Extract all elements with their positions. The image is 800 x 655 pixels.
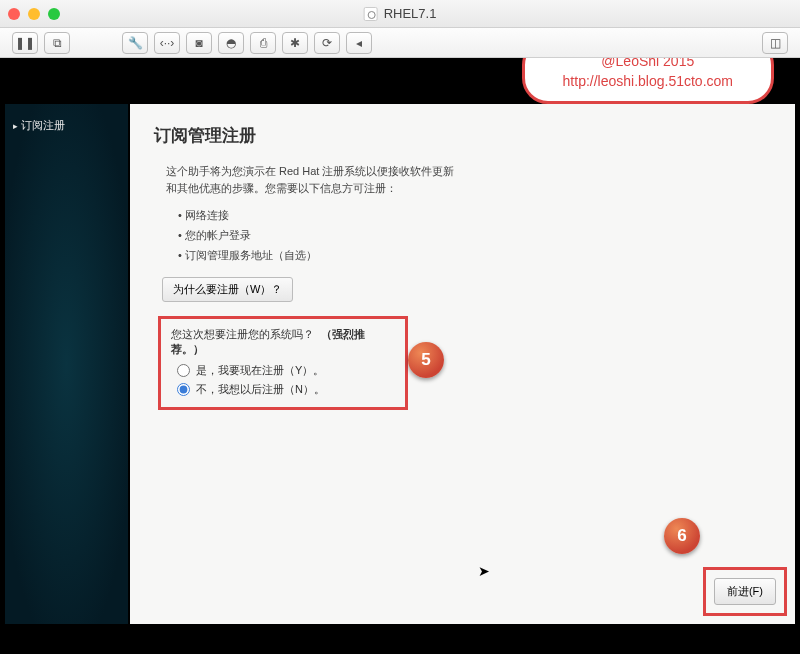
usb-icon[interactable]: ⎙ (250, 32, 276, 54)
installer-sidebar: 订阅注册 (5, 104, 130, 624)
watermark-bubble: @LeoShi 2015 http://leoshi.blog.51cto.co… (522, 58, 774, 104)
mac-titlebar: RHEL7.1 (0, 0, 800, 28)
list-item: 网络连接 (178, 208, 771, 223)
network-icon[interactable]: ‹··› (154, 32, 180, 54)
forward-highlight: 前进(F) (703, 567, 787, 616)
forward-button[interactable]: 前进(F) (714, 578, 776, 605)
fullscreen-button[interactable]: ◫ (762, 32, 788, 54)
window-title: RHEL7.1 (364, 6, 437, 21)
list-item: 您的帐户登录 (178, 228, 771, 243)
page-title: 订阅管理注册 (154, 124, 771, 147)
radio-label-yes: 是，我要现在注册（Y）。 (196, 363, 324, 378)
vm-display: @LeoShi 2015 http://leoshi.blog.51cto.co… (0, 58, 800, 654)
radio-label-no: 不，我想以后注册（N）。 (196, 382, 325, 397)
disk-icon[interactable]: ◙ (186, 32, 212, 54)
why-register-button[interactable]: 为什么要注册（W）？ (162, 277, 293, 302)
callout-6: 6 (664, 518, 700, 554)
callout-5: 5 (408, 342, 444, 378)
mouse-cursor-icon: ➤ (478, 563, 490, 579)
zoom-window-button[interactable] (48, 8, 60, 20)
watermark-line2: http://leoshi.blog.51cto.com (563, 72, 733, 92)
registration-choice-box: 您这次想要注册您的系统吗？ （强烈推荐。） 是，我要现在注册（Y）。 不，我想以… (158, 316, 408, 410)
bluetooth-icon[interactable]: ✱ (282, 32, 308, 54)
snapshot-button[interactable]: ⧉ (44, 32, 70, 54)
vm-app-icon (364, 7, 378, 21)
close-window-button[interactable] (8, 8, 20, 20)
radio-register-no[interactable]: 不，我想以后注册（N）。 (177, 382, 395, 397)
settings-icon[interactable]: 🔧 (122, 32, 148, 54)
watermark-line1: @LeoShi 2015 (563, 58, 733, 72)
cd-icon[interactable]: ◓ (218, 32, 244, 54)
traffic-lights (8, 8, 60, 20)
chevron-left-icon[interactable]: ◂ (346, 32, 372, 54)
sidebar-step-current: 订阅注册 (13, 118, 120, 133)
radio-input-yes[interactable] (177, 364, 190, 377)
radio-input-no[interactable] (177, 383, 190, 396)
intro-text: 这个助手将为您演示在 Red Hat 注册系统以便接收软件更新 和其他优惠的步骤… (166, 163, 771, 196)
window-title-text: RHEL7.1 (384, 6, 437, 21)
sync-icon[interactable]: ⟳ (314, 32, 340, 54)
list-item: 订阅管理服务地址（自选） (178, 248, 771, 263)
registration-question: 您这次想要注册您的系统吗？ （强烈推荐。） (171, 327, 395, 357)
requirements-list: 网络连接 您的帐户登录 订阅管理服务地址（自选） (178, 208, 771, 263)
pause-button[interactable]: ❚❚ (12, 32, 38, 54)
vm-toolbar: ❚❚ ⧉ 🔧 ‹··› ◙ ◓ ⎙ ✱ ⟳ ◂ ◫ (0, 28, 800, 58)
radio-register-yes[interactable]: 是，我要现在注册（Y）。 (177, 363, 395, 378)
minimize-window-button[interactable] (28, 8, 40, 20)
